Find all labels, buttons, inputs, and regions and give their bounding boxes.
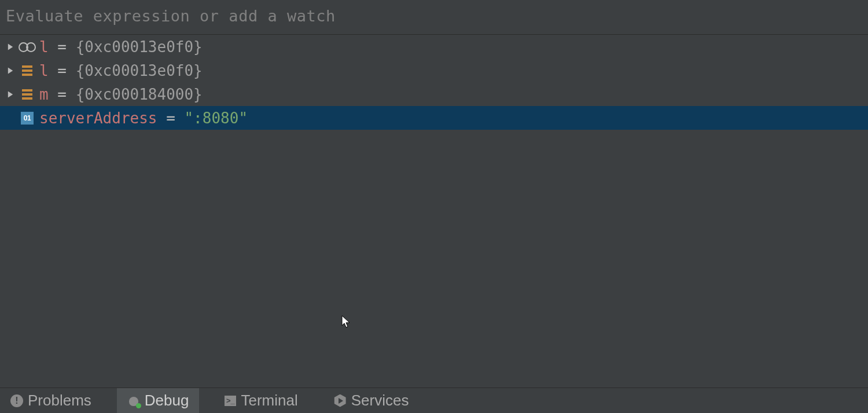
tab-label: Terminal (241, 392, 297, 410)
bug-icon (127, 394, 140, 407)
variable-row[interactable]: m = {0xc000184000} (0, 82, 868, 106)
tab-problems[interactable]: ! Problems (0, 388, 102, 413)
variable-row[interactable]: 01 serverAddress = ":8080" (0, 106, 868, 130)
variable-row[interactable]: l = {0xc00013e0f0} (0, 35, 868, 59)
variable-value: ":8080" (184, 109, 248, 127)
variable-name: l (39, 62, 49, 79)
variable-row[interactable]: l = {0xc00013e0f0} (0, 59, 868, 82)
variable-value: {0xc000184000} (76, 86, 203, 103)
tab-label: Problems (28, 392, 91, 410)
variable-value: {0xc00013e0f0} (76, 38, 203, 56)
variable-name: l (39, 38, 49, 56)
evaluate-expression-input[interactable]: Evaluate expression or add a watch (0, 0, 868, 35)
tab-debug[interactable]: Debug (117, 388, 200, 413)
equals-sign: = (49, 86, 76, 103)
equals-sign: = (157, 109, 185, 127)
variables-panel: l = {0xc00013e0f0} l = {0xc00013e0f0} m … (0, 35, 868, 388)
struct-icon (17, 89, 37, 100)
tab-label: Debug (145, 392, 189, 410)
variable-value: {0xc00013e0f0} (76, 62, 203, 79)
equals-sign: = (49, 38, 76, 56)
terminal-icon: >_ (225, 396, 236, 406)
tool-window-bar: ! Problems Debug >_ Terminal Services (0, 388, 868, 413)
variable-name: serverAddress (39, 109, 157, 127)
equals-sign: = (49, 62, 76, 79)
services-icon (334, 394, 347, 407)
struct-icon (17, 65, 37, 76)
chevron-right-icon[interactable] (3, 67, 17, 75)
watch-icon (17, 42, 37, 52)
warning-icon: ! (10, 394, 23, 407)
binary-icon: 01 (17, 112, 37, 125)
tab-services[interactable]: Services (323, 388, 420, 413)
tab-label: Services (351, 392, 409, 410)
chevron-right-icon[interactable] (3, 90, 17, 98)
chevron-right-icon[interactable] (3, 43, 17, 51)
tab-terminal[interactable]: >_ Terminal (214, 388, 308, 413)
variable-name: m (39, 86, 49, 103)
